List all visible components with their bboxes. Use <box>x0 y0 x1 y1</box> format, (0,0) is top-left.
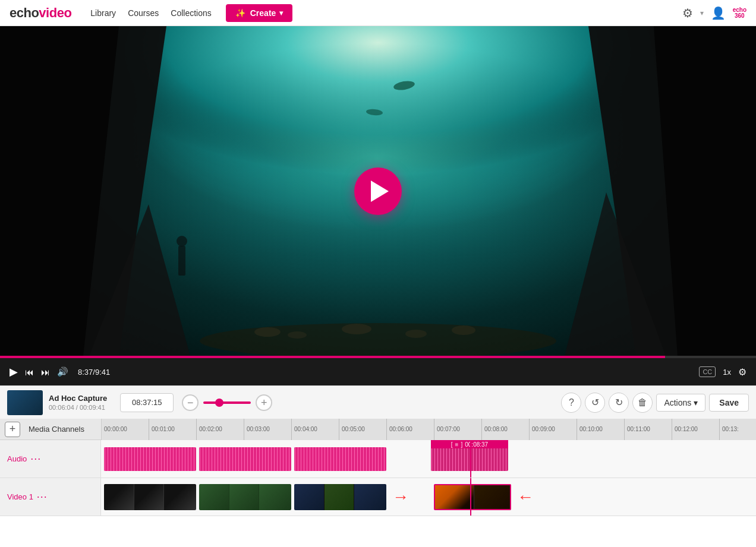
ruler-tick-13: 00:13: <box>720 419 756 440</box>
media-channels-label: Media Channels <box>29 425 84 434</box>
audio-more-button[interactable]: ··· <box>30 453 41 465</box>
capture-title: Ad Hoc Capture <box>49 394 107 403</box>
video-track-content[interactable]: → ← 07:31.76 09:20.99 <box>101 478 756 516</box>
progress-fill <box>0 356 665 358</box>
video-label: Video 1 <box>7 492 33 501</box>
play-icon <box>371 181 389 202</box>
zoom-slider[interactable] <box>203 401 251 404</box>
time-display: 8:37/9:41 <box>78 368 110 377</box>
actions-label: Actions <box>664 398 691 407</box>
video-player[interactable] <box>0 26 756 356</box>
timeline-ruler: 00:00:00 00:01:00 00:02:00 00:03:00 00:0… <box>101 419 756 440</box>
undo-button[interactable]: ↺ <box>585 393 605 413</box>
logo-video: video <box>39 5 71 21</box>
arrow-left-icon: ← <box>517 488 534 507</box>
controls-right: CC 1x ⚙ <box>699 366 746 378</box>
audio-track-row: Audio ··· [ ≡ ] 00 <box>0 440 756 478</box>
logo[interactable]: echovideo <box>10 5 71 21</box>
forward-button[interactable]: ⏭ <box>41 367 50 377</box>
time-input[interactable] <box>120 393 174 412</box>
nav-link-courses[interactable]: Courses <box>128 8 159 18</box>
editor-tools: ? ↺ ↻ 🗑 Actions ▾ Save <box>561 393 749 413</box>
ruler-tick-10: 00:10:00 <box>577 419 625 440</box>
ruler-tick-3: 00:03:00 <box>244 419 292 440</box>
nav-links: Library Courses Collections <box>90 8 211 18</box>
create-button[interactable]: ✨ Create ▾ <box>226 4 293 22</box>
help-button[interactable]: ? <box>561 393 581 413</box>
zoom-in-button[interactable]: + <box>256 394 272 411</box>
nav-link-library[interactable]: Library <box>90 8 116 18</box>
play-button[interactable] <box>354 167 402 215</box>
nav-right: ⚙ ▾ 👤 echo 360 <box>682 6 746 20</box>
zoom-out-button[interactable]: − <box>182 394 199 411</box>
ruler-tick-8: 00:08:00 <box>482 419 530 440</box>
controls-bar: ▶ ⏮ ⏭ 🔊 8:37/9:41 CC 1x ⚙ <box>0 358 756 385</box>
ruler-tick-12: 00:12:00 <box>672 419 720 440</box>
nav-link-collections[interactable]: Collections <box>171 8 211 18</box>
video-track-label: Video 1 ··· <box>0 478 101 516</box>
audio-waveform-2 <box>199 447 291 471</box>
bracket-left-icon: [ <box>451 441 453 448</box>
audio-waveform-3 <box>294 447 386 471</box>
save-button[interactable]: Save <box>709 394 749 412</box>
ruler-tick-1: 00:01:00 <box>149 419 197 440</box>
settings-icon[interactable]: ⚙ <box>682 6 693 20</box>
ruler-tick-2: 00:02:00 <box>197 419 244 440</box>
play-pause-button[interactable]: ▶ <box>10 365 18 378</box>
audio-waveform-4 <box>431 447 508 471</box>
audio-waveform-1 <box>104 447 196 471</box>
ruler-tick-11: 00:11:00 <box>625 419 672 440</box>
ruler-tick-7: 00:07:00 <box>434 419 482 440</box>
playhead-audio <box>470 440 471 478</box>
progress-bar[interactable] <box>0 356 756 358</box>
capture-thumbnail <box>7 390 43 415</box>
capture-time-range: 00:06:04 / 00:09:41 <box>49 404 107 411</box>
delete-button[interactable]: 🗑 <box>632 393 653 413</box>
list-icon: ≡ <box>455 441 459 448</box>
capture-info: Ad Hoc Capture 00:06:04 / 00:09:41 <box>49 394 107 411</box>
create-label: Create <box>250 8 276 18</box>
svg-rect-16 <box>178 246 185 276</box>
actions-chevron: ▾ <box>694 398 698 407</box>
echo360-badge: echo 360 <box>733 7 746 19</box>
cc-button[interactable]: CC <box>699 366 716 377</box>
editor-bar: Ad Hoc Capture 00:06:04 / 00:09:41 − + ?… <box>0 385 756 419</box>
video-track-row: Video 1 ··· → <box>0 478 756 516</box>
ruler-tick-0: 00:00:00 <box>102 419 149 440</box>
speed-control[interactable]: 1x <box>723 368 731 377</box>
video-block-2 <box>199 484 291 510</box>
settings-control[interactable]: ⚙ <box>738 366 746 378</box>
navbar: echovideo Library Courses Collections ✨ … <box>0 0 756 26</box>
bracket-right-icon: ] <box>461 441 462 448</box>
svg-point-15 <box>452 325 475 335</box>
timeline-section: + Media Channels 00:00:00 00:01:00 00:02… <box>0 419 756 516</box>
actions-button[interactable]: Actions ▾ <box>656 394 705 412</box>
video-block-1 <box>104 484 196 510</box>
settings-chevron: ▾ <box>700 9 704 17</box>
add-channel-button[interactable]: + <box>5 422 20 437</box>
logo-echo: echo <box>10 5 39 21</box>
ruler-tick-5: 00:05:00 <box>339 419 387 440</box>
svg-point-11 <box>254 327 281 337</box>
zoom-controls: − + <box>182 394 272 411</box>
active-time: 00:08:37 <box>465 441 488 448</box>
ruler-tick-4: 00:04:00 <box>292 419 339 440</box>
video-block-3 <box>294 484 386 510</box>
playhead-video <box>470 478 471 516</box>
active-block-header: [ ≡ ] 00:08:37 <box>431 440 508 448</box>
svg-point-12 <box>288 331 307 339</box>
timeline-header: + Media Channels 00:00:00 00:01:00 00:02… <box>0 419 756 440</box>
video-block-selected <box>434 484 511 510</box>
svg-point-13 <box>342 324 371 334</box>
redo-button[interactable]: ↻ <box>609 393 629 413</box>
svg-point-14 <box>405 330 427 338</box>
audio-track-content[interactable]: [ ≡ ] 00:08:37 <box>101 440 756 478</box>
svg-point-17 <box>177 236 187 246</box>
volume-button[interactable]: 🔊 <box>57 366 68 377</box>
rewind-button[interactable]: ⏮ <box>25 367 34 377</box>
video-more-button[interactable]: ··· <box>37 491 48 503</box>
chevron-down-icon: ▾ <box>279 9 283 17</box>
audio-label: Audio <box>7 454 27 463</box>
ruler-tick-9: 00:09:00 <box>530 419 577 440</box>
user-icon[interactable]: 👤 <box>711 6 726 20</box>
